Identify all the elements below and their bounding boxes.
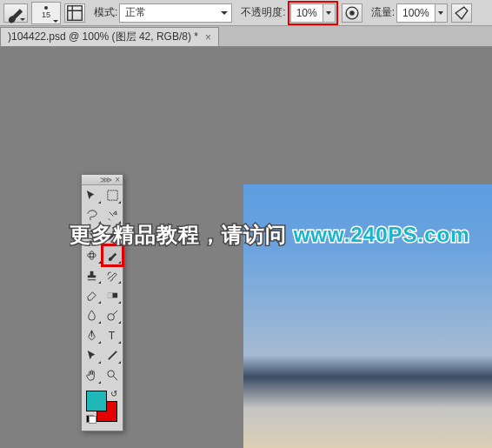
opacity-stepper[interactable] xyxy=(322,4,335,22)
svg-point-10 xyxy=(108,371,115,378)
tool-preset-picker[interactable] xyxy=(3,3,28,23)
panel-close-icon[interactable]: × xyxy=(115,175,120,184)
opacity-highlight: 10% xyxy=(288,1,338,25)
tablet-pressure-icon xyxy=(342,3,362,23)
mode-value: 正常 xyxy=(125,5,146,20)
svg-rect-4 xyxy=(88,254,96,257)
zoom-tool[interactable] xyxy=(103,365,123,385)
watermark-text: 更多精品教程，请访问 www.240PS.com xyxy=(70,221,489,249)
svg-rect-5 xyxy=(90,251,94,259)
document-tab[interactable]: )104422.psd @ 100% (图层 42, RGB/8) * × xyxy=(0,27,219,46)
color-swatches: ↺ xyxy=(82,385,123,431)
svg-rect-0 xyxy=(68,5,83,20)
options-bar: 15 模式: 正常 不透明度: 10% 流量: 100% xyxy=(0,0,492,26)
eraser-tool[interactable] xyxy=(82,285,103,305)
brushes-panel-icon xyxy=(65,3,84,23)
tools-grid: T xyxy=(82,185,123,385)
mode-label: 模式: xyxy=(94,5,117,20)
svg-point-8 xyxy=(108,314,115,321)
stamp-tool[interactable] xyxy=(82,265,103,285)
watermark-msg: 更多精品教程，请访问 xyxy=(70,223,294,246)
flow-stepper[interactable] xyxy=(435,4,447,22)
default-colors-icon[interactable] xyxy=(86,415,96,424)
document-tab-bar: )104422.psd @ 100% (图层 42, RGB/8) * × xyxy=(0,26,492,47)
watermark-url: www.240PS.com xyxy=(294,223,470,246)
history-brush-tool[interactable] xyxy=(103,265,123,285)
brush-icon xyxy=(4,2,27,24)
opacity-label: 不透明度: xyxy=(241,5,285,20)
marquee-tool[interactable] xyxy=(103,185,123,205)
blur-tool[interactable] xyxy=(82,305,103,325)
dodge-tool[interactable] xyxy=(103,305,123,325)
move-tool[interactable] xyxy=(82,185,103,205)
opacity-value: 10% xyxy=(291,7,322,19)
swap-colors-icon[interactable]: ↺ xyxy=(110,389,117,398)
mode-select[interactable]: 正常 xyxy=(119,3,232,23)
tab-close-icon[interactable]: × xyxy=(205,31,211,43)
pen-tool[interactable] xyxy=(82,325,103,345)
document-tab-title: )104422.psd @ 100% (图层 42, RGB/8) * xyxy=(8,30,198,44)
type-tool[interactable]: T xyxy=(103,325,123,345)
foreground-color-swatch[interactable] xyxy=(86,391,107,411)
tools-panel-header[interactable]: ⋙ × xyxy=(82,175,123,185)
flow-label: 流量: xyxy=(371,5,395,20)
svg-rect-3 xyxy=(108,191,117,200)
hand-tool[interactable] xyxy=(82,365,103,385)
brush-panel-toggle[interactable] xyxy=(64,3,85,23)
airbrush-icon xyxy=(452,3,471,23)
svg-rect-7 xyxy=(108,293,113,298)
gradient-tool[interactable] xyxy=(103,285,123,305)
brush-size-value: 15 xyxy=(42,10,50,19)
svg-point-2 xyxy=(349,10,355,16)
workspace: ⋙ × T xyxy=(0,47,492,448)
path-select-tool[interactable] xyxy=(82,345,103,365)
flow-field[interactable]: 100% xyxy=(396,3,448,23)
panel-collapse-icon[interactable]: ⋙ xyxy=(100,175,112,184)
tools-panel: ⋙ × T xyxy=(81,174,123,431)
brush-dot-icon xyxy=(44,6,48,10)
opacity-field[interactable]: 10% xyxy=(290,3,336,23)
brush-preset-picker[interactable]: 15 xyxy=(31,2,61,24)
shape-tool[interactable] xyxy=(103,345,123,365)
flow-value: 100% xyxy=(397,7,435,19)
airbrush-toggle[interactable] xyxy=(451,3,472,23)
svg-text:T: T xyxy=(109,330,116,342)
pressure-opacity-toggle[interactable] xyxy=(342,3,362,23)
